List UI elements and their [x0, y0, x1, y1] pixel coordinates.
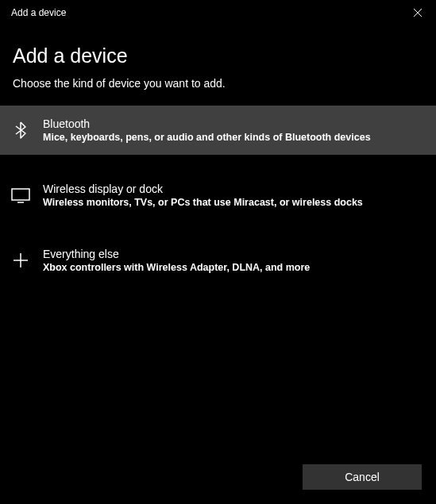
option-bluetooth[interactable]: Bluetooth Mice, keyboards, pens, or audi… — [0, 106, 436, 155]
close-icon — [414, 9, 422, 17]
close-button[interactable] — [399, 0, 436, 25]
option-desc: Wireless monitors, TVs, or PCs that use … — [43, 197, 363, 208]
titlebar: Add a device — [0, 0, 436, 25]
option-text: Bluetooth Mice, keyboards, pens, or audi… — [43, 117, 371, 143]
spacer — [0, 220, 436, 236]
svg-rect-2 — [12, 189, 29, 200]
display-icon — [11, 186, 30, 205]
option-wireless-display[interactable]: Wireless display or dock Wireless monito… — [0, 171, 436, 220]
bluetooth-icon — [11, 121, 30, 140]
option-text: Wireless display or dock Wireless monito… — [43, 183, 363, 208]
page-subtitle: Choose the kind of device you want to ad… — [13, 77, 423, 90]
device-options: Bluetooth Mice, keyboards, pens, or audi… — [0, 106, 436, 285]
spacer — [0, 155, 436, 171]
option-title: Wireless display or dock — [43, 183, 363, 195]
option-title: Bluetooth — [43, 117, 371, 130]
option-title: Everything else — [43, 248, 310, 260]
option-text: Everything else Xbox controllers with Wi… — [43, 248, 310, 273]
cancel-button[interactable]: Cancel — [303, 464, 422, 490]
dialog-content: Add a device Choose the kind of device y… — [0, 25, 436, 285]
option-everything-else[interactable]: Everything else Xbox controllers with Wi… — [0, 236, 436, 285]
page-title: Add a device — [13, 44, 423, 67]
dialog-footer: Cancel — [303, 464, 422, 490]
option-desc: Mice, keyboards, pens, or audio and othe… — [43, 132, 371, 143]
window-title: Add a device — [11, 7, 66, 18]
plus-icon — [11, 251, 30, 270]
option-desc: Xbox controllers with Wireless Adapter, … — [43, 262, 310, 273]
